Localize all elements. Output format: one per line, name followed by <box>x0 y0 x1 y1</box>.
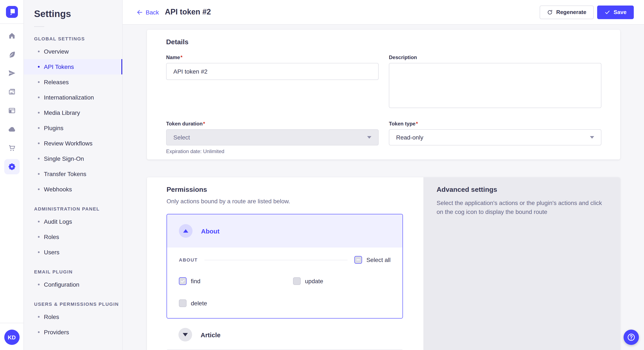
section-users-permissions-plugin: USERS & PERMISSIONS PLUGIN <box>34 302 122 307</box>
chevron-down-icon <box>590 136 594 139</box>
permissions-panel: Permissions Only actions bound by a rout… <box>147 177 423 350</box>
token-duration-select[interactable]: Select <box>166 129 379 146</box>
sidebar-item-single-sign-on[interactable]: Single Sign-On <box>24 151 122 166</box>
name-field: Name* <box>166 54 379 110</box>
sidebar-item-media-library[interactable]: Media Library <box>24 105 122 120</box>
sidebar-item-admin-roles[interactable]: Roles <box>24 229 122 245</box>
help-button[interactable] <box>624 330 639 345</box>
details-heading: Details <box>166 38 602 46</box>
article-accordion-header[interactable]: Article <box>166 328 403 342</box>
strapi-logo-icon <box>6 6 18 18</box>
section-administration-panel: ADMINISTRATION PANEL <box>34 206 122 211</box>
section-global-settings: GLOBAL SETTINGS <box>34 36 122 41</box>
main-panel: Back API token #2 Regenerate Save <box>123 0 644 350</box>
advanced-settings-panel: Advanced settings Select the application… <box>423 177 620 350</box>
bullet-icon <box>38 316 40 318</box>
sidebar-item-review-workflows[interactable]: Review Workflows <box>24 136 122 151</box>
sidebar-item-up-roles[interactable]: Roles <box>24 309 122 325</box>
expiration-hint: Expiration date: Unlimited <box>166 149 379 154</box>
section-email-plugin: EMAIL PLUGIN <box>34 269 122 274</box>
required-asterisk: * <box>180 54 182 60</box>
about-accordion-header[interactable]: About <box>167 214 402 247</box>
bullet-icon <box>38 127 40 129</box>
sidebar-item-transfer-tokens[interactable]: Transfer Tokens <box>24 166 122 181</box>
description-field: Description <box>389 54 602 110</box>
settings-sidebar-title: Settings <box>34 8 122 19</box>
sidebar-divider <box>34 26 44 27</box>
chevron-up-icon <box>183 229 188 233</box>
cart-icon[interactable] <box>4 140 20 156</box>
bullet-icon <box>38 81 40 83</box>
strapi-logo[interactable] <box>6 6 18 18</box>
about-accordion-body: ABOUT Select all <box>167 247 402 318</box>
token-duration-field: Token duration* Select Expiration date: … <box>166 121 379 154</box>
page-content: Details Name* Description Token duration… <box>123 25 644 350</box>
back-button[interactable]: Back <box>136 9 159 15</box>
delete-checkbox[interactable] <box>179 299 186 307</box>
find-checkbox[interactable] <box>179 277 186 285</box>
strapi-admin-app: KD Settings GLOBAL SETTINGS Overview API… <box>0 0 644 350</box>
settings-sidebar: Settings GLOBAL SETTINGS Overview API To… <box>24 0 123 350</box>
bullet-icon <box>38 158 40 160</box>
bullet-icon <box>38 112 40 114</box>
about-accordion-title: About <box>201 227 220 234</box>
sidebar-item-api-tokens[interactable]: API Tokens <box>24 59 122 74</box>
send-icon[interactable] <box>4 65 20 81</box>
required-asterisk: * <box>416 121 418 127</box>
regenerate-button[interactable]: Regenerate <box>540 5 594 19</box>
select-all-label: Select all <box>366 256 390 263</box>
bullet-icon <box>38 236 40 238</box>
page-header: Back API token #2 Regenerate Save <box>123 0 644 25</box>
cloud-icon[interactable] <box>4 122 20 137</box>
sidebar-item-releases[interactable]: Releases <box>24 74 122 90</box>
about-section-label: ABOUT <box>179 257 198 262</box>
required-asterisk: * <box>203 121 205 127</box>
expand-toggle-button[interactable] <box>178 328 192 342</box>
sidebar-item-internationalization[interactable]: Internationalization <box>24 90 122 105</box>
bullet-icon <box>38 173 40 175</box>
feather-icon[interactable] <box>4 47 20 62</box>
token-type-select[interactable]: Read-only <box>389 129 602 146</box>
bullet-icon <box>38 51 40 52</box>
sidebar-item-plugins[interactable]: Plugins <box>24 120 122 136</box>
about-accordion: About ABOUT Select all <box>166 214 403 319</box>
details-card: Details Name* Description Token duration… <box>147 30 620 160</box>
user-avatar[interactable]: KD <box>4 330 20 345</box>
permission-delete: delete <box>179 299 293 307</box>
bullet-icon <box>38 331 40 333</box>
settings-icon[interactable] <box>4 159 20 174</box>
main-nav-rail: KD <box>0 0 24 350</box>
bullet-icon <box>38 284 40 285</box>
layout-icon[interactable] <box>4 103 20 118</box>
bullet-icon <box>38 221 40 222</box>
collapse-toggle-button[interactable] <box>179 224 192 238</box>
bullet-icon <box>38 97 40 98</box>
advanced-settings-description: Select the application's actions or the … <box>436 199 603 216</box>
sidebar-item-up-providers[interactable]: Providers <box>24 325 122 340</box>
advanced-settings-heading: Advanced settings <box>436 186 603 193</box>
permission-update: update <box>293 277 390 285</box>
sidebar-item-admin-users[interactable]: Users <box>24 245 122 260</box>
home-icon[interactable] <box>4 28 20 43</box>
sidebar-item-email-configuration[interactable]: Configuration <box>24 277 122 292</box>
permissions-heading: Permissions <box>166 186 403 193</box>
bullet-icon <box>38 143 40 144</box>
chevron-down-icon <box>367 136 372 139</box>
sidebar-item-audit-logs[interactable]: Audit Logs <box>24 214 122 229</box>
select-all-checkbox[interactable] <box>354 256 362 264</box>
sidebar-item-overview[interactable]: Overview <box>24 44 122 59</box>
permissions-card: Permissions Only actions bound by a rout… <box>147 177 620 350</box>
sidebar-item-webhooks[interactable]: Webhooks <box>24 181 122 197</box>
update-checkbox[interactable] <box>293 277 301 285</box>
divider <box>204 260 348 260</box>
check-icon <box>604 9 610 15</box>
name-input[interactable] <box>166 63 379 80</box>
media-library-icon[interactable] <box>4 84 20 100</box>
question-mark-icon <box>626 333 636 342</box>
indeterminate-dash-icon <box>356 259 360 260</box>
select-all-control: Select all <box>354 256 390 264</box>
article-accordion-title: Article <box>200 331 220 338</box>
save-button[interactable]: Save <box>597 5 634 19</box>
bullet-icon <box>38 251 40 253</box>
description-textarea[interactable] <box>389 63 602 108</box>
